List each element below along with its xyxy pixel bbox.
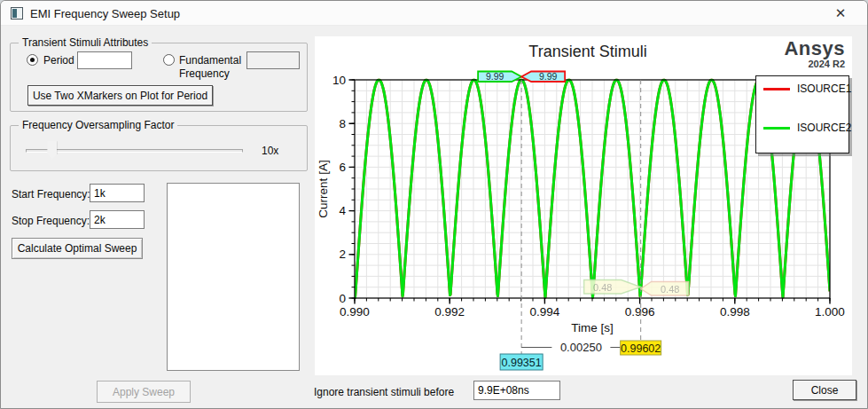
legend-entry-isource2: ISOURCE2 [756, 115, 848, 154]
group-title: Transient Stimuli Attributes [19, 36, 152, 49]
marker1-value-left: 9.99 [486, 71, 504, 82]
fundamental-frequency-radio[interactable] [163, 54, 175, 66]
delta-value-label: 0.00250 [560, 341, 602, 354]
marker2-value-right: 0.48 [661, 284, 679, 295]
period-radio[interactable] [27, 54, 38, 66]
x-tick-label: 0.992 [434, 305, 465, 319]
ignore-transient-label: Ignore transient stimuli before [314, 386, 454, 398]
marker2-value-callouts: 0.480.48 [584, 280, 689, 296]
group-title: Frequency Oversampling Factor [19, 119, 177, 131]
period-radio-label: Period [43, 54, 74, 67]
app-icon [11, 7, 23, 20]
chart-legend: ISOURCE1ISOURCE2 [755, 75, 849, 153]
close-button[interactable]: Close [793, 380, 856, 400]
fundamental-frequency-radio-label: Fundamental Frequency [179, 54, 245, 81]
x-tick-label: 0.990 [340, 305, 370, 319]
legend-line-swatch [763, 88, 790, 90]
oversampling-slider-track[interactable] [26, 149, 243, 153]
y-tick-label: 8 [339, 117, 346, 130]
close-icon[interactable]: ✕ [827, 4, 854, 23]
oversampling-slider-thumb[interactable] [47, 141, 57, 160]
period-input[interactable] [77, 51, 132, 69]
group-frequency-oversampling: Frequency Oversampling Factor 10x [10, 125, 308, 171]
legend-entry-isource1: ISOURCE1 [756, 76, 848, 115]
calculate-optimal-sweep-button[interactable]: Calculate Optimal Sweep [12, 238, 143, 259]
legend-line-swatch [763, 127, 790, 130]
start-frequency-input[interactable] [90, 184, 145, 202]
start-frequency-label: Start Frequency: [12, 188, 90, 201]
marker2-x-value: 0.99602 [621, 342, 661, 355]
marker1-x-value: 0.99351 [502, 357, 542, 369]
marker2-value-left: 0.48 [593, 282, 612, 293]
legend-label: ISOURCE1 [797, 83, 851, 95]
x-tick-label: 1.000 [815, 305, 845, 319]
y-tick-label: 2 [339, 248, 346, 261]
title-bar: EMI Frequency Sweep Setup ✕ [1, 1, 867, 26]
sweep-list[interactable] [167, 183, 300, 371]
x-tick-label: 0.996 [625, 305, 655, 319]
legend-label: ISOURCE2 [797, 122, 851, 134]
y-tick-label: 10 [332, 74, 346, 87]
y-tick-label: 0 [339, 292, 346, 305]
window-title: EMI Frequency Sweep Setup [30, 7, 180, 20]
ignore-transient-input[interactable] [473, 381, 560, 400]
fundamental-frequency-input[interactable] [246, 51, 300, 69]
y-axis-title: Current [A] [317, 160, 330, 217]
emi-frequency-sweep-dialog: EMI Frequency Sweep Setup ✕ Transient St… [0, 0, 868, 409]
group-transient-stimuli-attributes: Transient Stimuli Attributes Period Fund… [10, 43, 308, 112]
y-tick-label: 4 [339, 204, 346, 217]
x-axis-title: Time [s] [571, 321, 614, 334]
stop-frequency-label: Stop Frequency: [12, 215, 90, 227]
x-tick-label: 0.998 [720, 305, 750, 319]
use-two-xmarkers-button[interactable]: Use Two XMarkers on Plot for Period [27, 85, 213, 106]
stop-frequency-input[interactable] [90, 210, 145, 229]
chart-panel: Transient Stimuli Ansys 2024 R2 0.9900.9… [315, 36, 852, 375]
x-tick-label: 0.994 [530, 305, 560, 319]
y-tick-label: 6 [339, 161, 346, 174]
marker1-value-right: 9.99 [539, 71, 558, 82]
apply-sweep-button[interactable]: Apply Sweep [97, 381, 191, 403]
oversampling-value-label: 10x [262, 145, 278, 157]
